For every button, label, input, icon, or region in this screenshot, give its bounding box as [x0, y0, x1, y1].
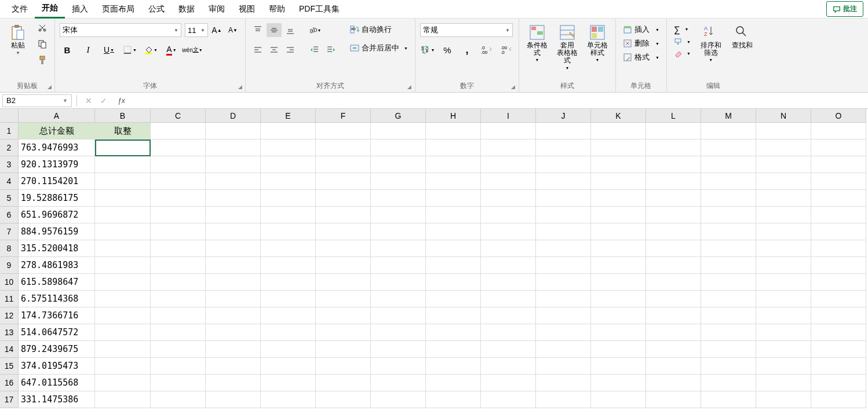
- cell-M14[interactable]: [701, 341, 756, 358]
- cell-C4[interactable]: [151, 173, 206, 190]
- cell-J5[interactable]: [536, 190, 591, 207]
- insert-cells-button[interactable]: 插入▼: [621, 23, 662, 36]
- cell-H16[interactable]: [426, 375, 481, 391]
- cell-N9[interactable]: [756, 257, 811, 274]
- cell-J1[interactable]: [536, 123, 591, 140]
- cell-F13[interactable]: [316, 324, 371, 341]
- cell-E11[interactable]: [261, 291, 316, 307]
- row-header-13[interactable]: 13: [0, 324, 19, 341]
- column-header-L[interactable]: L: [646, 109, 701, 123]
- decrease-indent-button[interactable]: [307, 43, 322, 57]
- cell-J4[interactable]: [536, 173, 591, 190]
- cell-O3[interactable]: [811, 156, 866, 173]
- cell-K3[interactable]: [591, 156, 646, 173]
- cell-K14[interactable]: [591, 341, 646, 358]
- row-header-4[interactable]: 4: [0, 173, 19, 190]
- menu-formulas[interactable]: 公式: [141, 1, 172, 18]
- bold-button[interactable]: B: [60, 43, 75, 57]
- cell-F6[interactable]: [316, 207, 371, 223]
- cell-D9[interactable]: [206, 257, 261, 274]
- cell-N16[interactable]: [756, 375, 811, 391]
- cell-F9[interactable]: [316, 257, 371, 274]
- cell-B7[interactable]: [95, 223, 151, 240]
- cell-L7[interactable]: [646, 223, 701, 240]
- cell-F12[interactable]: [316, 307, 371, 324]
- column-header-N[interactable]: N: [756, 109, 811, 123]
- cell-B4[interactable]: [95, 173, 151, 190]
- cell-H3[interactable]: [426, 156, 481, 173]
- comments-button[interactable]: 批注: [826, 1, 863, 17]
- cell-F4[interactable]: [316, 173, 371, 190]
- cell-O6[interactable]: [811, 207, 866, 223]
- cell-O1[interactable]: [811, 123, 866, 140]
- cell-A10[interactable]: 615.5898647: [19, 274, 95, 291]
- cell-M11[interactable]: [701, 291, 756, 307]
- cell-I15[interactable]: [481, 358, 536, 375]
- cell-A17[interactable]: 331.1475386: [19, 391, 95, 408]
- cut-button[interactable]: [35, 21, 50, 35]
- cell-L17[interactable]: [646, 391, 701, 408]
- cell-F3[interactable]: [316, 156, 371, 173]
- menu-pdf-tools[interactable]: PDF工具集: [292, 1, 347, 18]
- cell-O11[interactable]: [811, 291, 866, 307]
- cell-J6[interactable]: [536, 207, 591, 223]
- cell-H17[interactable]: [426, 391, 481, 408]
- cell-O5[interactable]: [811, 190, 866, 207]
- cell-C17[interactable]: [151, 391, 206, 408]
- cell-C6[interactable]: [151, 207, 206, 223]
- cell-J17[interactable]: [536, 391, 591, 408]
- cell-I2[interactable]: [481, 140, 536, 156]
- cell-B17[interactable]: [95, 391, 151, 408]
- align-middle-button[interactable]: [267, 23, 282, 37]
- cell-N7[interactable]: [756, 223, 811, 240]
- cell-B2[interactable]: [95, 140, 151, 156]
- cell-I11[interactable]: [481, 291, 536, 307]
- cell-D4[interactable]: [206, 173, 261, 190]
- cell-E4[interactable]: [261, 173, 316, 190]
- row-header-14[interactable]: 14: [0, 341, 19, 358]
- format-cells-button[interactable]: 格式▼: [621, 51, 662, 64]
- cell-E1[interactable]: [261, 123, 316, 140]
- cell-D8[interactable]: [206, 240, 261, 257]
- cell-N6[interactable]: [756, 207, 811, 223]
- cell-A13[interactable]: 514.0647572: [19, 324, 95, 341]
- cell-H12[interactable]: [426, 307, 481, 324]
- cell-A6[interactable]: 651.9696872: [19, 207, 95, 223]
- cell-B11[interactable]: [95, 291, 151, 307]
- font-name-select[interactable]: 宋体▼: [60, 23, 181, 37]
- cell-B3[interactable]: [95, 156, 151, 173]
- cell-G2[interactable]: [371, 140, 426, 156]
- cell-C8[interactable]: [151, 240, 206, 257]
- cell-F11[interactable]: [316, 291, 371, 307]
- cell-K9[interactable]: [591, 257, 646, 274]
- font-color-button[interactable]: A▼: [164, 43, 179, 57]
- fill-color-button[interactable]: ▼: [143, 43, 158, 57]
- format-as-table-button[interactable]: 套用表格格式▼: [554, 21, 581, 70]
- column-header-B[interactable]: B: [95, 109, 151, 123]
- cell-L1[interactable]: [646, 123, 701, 140]
- cell-N17[interactable]: [756, 391, 811, 408]
- cell-L11[interactable]: [646, 291, 701, 307]
- cell-I6[interactable]: [481, 207, 536, 223]
- cell-N8[interactable]: [756, 240, 811, 257]
- cell-I10[interactable]: [481, 274, 536, 291]
- paste-button[interactable]: 粘贴 ▼: [5, 21, 31, 56]
- cell-E8[interactable]: [261, 240, 316, 257]
- column-header-O[interactable]: O: [811, 109, 866, 123]
- increase-font-button[interactable]: A▲: [209, 23, 224, 37]
- cell-J13[interactable]: [536, 324, 591, 341]
- underline-button[interactable]: U▼: [101, 43, 116, 57]
- cell-G9[interactable]: [371, 257, 426, 274]
- cell-L9[interactable]: [646, 257, 701, 274]
- row-header-2[interactable]: 2: [0, 140, 19, 156]
- cell-B12[interactable]: [95, 307, 151, 324]
- cell-F8[interactable]: [316, 240, 371, 257]
- cell-M7[interactable]: [701, 223, 756, 240]
- cell-C1[interactable]: [151, 123, 206, 140]
- row-header-8[interactable]: 8: [0, 240, 19, 257]
- cell-D15[interactable]: [206, 358, 261, 375]
- cell-G7[interactable]: [371, 223, 426, 240]
- align-left-button[interactable]: [250, 43, 265, 57]
- column-header-C[interactable]: C: [151, 109, 206, 123]
- cell-H15[interactable]: [426, 358, 481, 375]
